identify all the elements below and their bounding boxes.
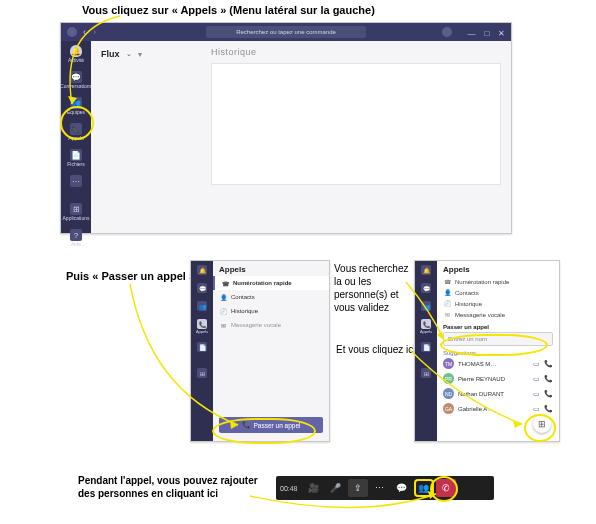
calls-row-voicemail[interactable]: ✉ Messagerie vocale [213, 318, 329, 332]
rail3-files[interactable]: 📄 [415, 342, 437, 352]
rail3-teams[interactable]: 👥 [415, 301, 437, 311]
video-icon[interactable]: ▭ [533, 405, 540, 413]
chat-button[interactable]: 💬 [392, 479, 412, 497]
add-participants-button[interactable]: 👥 [414, 479, 434, 497]
minimize-icon[interactable]: — [468, 29, 476, 38]
calls-row-history[interactable]: 🕘 Historique [213, 304, 329, 318]
files-icon: 📄 [70, 149, 82, 161]
chat-icon: 💬 [70, 71, 82, 83]
caption-recherche: Vous recherchez la ou les personne(s) et… [334, 262, 414, 314]
call-icon[interactable]: 📞 [544, 360, 553, 368]
close-icon[interactable]: ✕ [498, 29, 505, 38]
global-search-input[interactable]: Recherchez ou tapez une commande [206, 26, 366, 38]
teams-calls-window: 🔔 💬 👥 📞 Appels 📄 ⊞ Appels ☎ Numérotation… [190, 260, 330, 442]
window-menu-icon[interactable] [67, 27, 77, 37]
rail-chat-label: Conversations [60, 84, 92, 89]
call-control-bar: 00:48 🎥 🎤 ⇪ ⋯ 💬 👥 ✆ [276, 476, 494, 500]
rail-activity[interactable]: 🔔 Activité [65, 45, 87, 63]
rail-apps[interactable]: ⊞ Applications [65, 203, 87, 221]
rail2-calls-label: Appels [196, 330, 208, 334]
rail3-chat[interactable]: 💬 [415, 283, 437, 293]
rail3-calls[interactable]: 📞 Appels [415, 319, 437, 334]
phone-icon: 📞 [242, 421, 251, 429]
bell-icon: 🔔 [421, 265, 431, 275]
rail-files-label: Fichiers [67, 162, 85, 167]
rail2-teams[interactable]: 👥 [191, 301, 213, 311]
rail-help[interactable]: ? Aide [65, 229, 87, 247]
share-button[interactable]: ⇪ [348, 479, 368, 497]
filter-icon[interactable]: ▾ [138, 50, 142, 59]
rail-calls[interactable]: 📞 Appels [65, 123, 87, 141]
more-button[interactable]: ⋯ [370, 479, 390, 497]
srow-speeddial[interactable]: ☎Numérotation rapide [443, 276, 553, 287]
rail-teams[interactable]: 👥 Équipes [65, 97, 87, 115]
make-call-button[interactable]: 📞 Passer un appel [219, 417, 323, 433]
call-icon[interactable]: 📞 [544, 375, 553, 383]
hangup-button[interactable]: ✆ [436, 479, 456, 497]
teams-icon: 👥 [70, 97, 82, 109]
phone-icon: 📞 [70, 123, 82, 135]
call-icon[interactable]: 📞 [544, 405, 553, 413]
call-timer: 00:48 [280, 485, 298, 492]
contacts-icon: 👤 [219, 293, 227, 301]
history-icon: 🕘 [219, 307, 227, 315]
left-rail-calls: 🔔 💬 👥 📞 Appels 📄 ⊞ [191, 261, 213, 441]
window-controls[interactable]: — □ ✕ [462, 27, 505, 38]
nav-back-icon[interactable]: ‹ [83, 27, 86, 37]
video-icon[interactable]: ▭ [533, 390, 540, 398]
rail-calls-label: Appels [68, 136, 83, 141]
teams-icon: 👥 [197, 301, 207, 311]
person-row[interactable]: ND Nathan DURANT ▭ 📞 [443, 386, 553, 401]
rail3-apps[interactable]: ⊞ [415, 368, 437, 378]
maximize-icon[interactable]: □ [484, 29, 489, 38]
flux-title[interactable]: Flux [101, 49, 120, 59]
rail2-calls[interactable]: 📞 Appels [191, 319, 213, 334]
call-icon[interactable]: 📞 [544, 390, 553, 398]
search-panel: Appels ☎Numérotation rapide 👤Contacts 🕘H… [437, 261, 559, 441]
person-name: Gabrielle A… [458, 406, 529, 412]
section-passer: Passer un appel [443, 324, 553, 330]
calls-row-speeddial[interactable]: ☎ Numérotation rapide [213, 276, 329, 290]
s-row-label: Historique [455, 301, 482, 307]
rail-chat[interactable]: 💬 Conversations [65, 71, 87, 89]
person-name: THOMAS M… [458, 361, 529, 367]
avatar: PR [443, 373, 454, 384]
rail-more[interactable]: ⋯ [65, 175, 87, 187]
s-row-label: Messagerie vocale [455, 312, 505, 318]
rail3-activity[interactable]: 🔔 [415, 265, 437, 275]
camera-button[interactable]: 🎥 [304, 479, 324, 497]
person-row[interactable]: PR Pierre REYNAUD ▭ 📞 [443, 371, 553, 386]
person-row[interactable]: TM THOMAS M… ▭ 📞 [443, 356, 553, 371]
chat-icon: 💬 [396, 483, 407, 493]
more-icon: ⋯ [70, 175, 82, 187]
rail2-apps[interactable]: ⊞ [191, 368, 213, 378]
mic-button[interactable]: 🎤 [326, 479, 346, 497]
rail2-chat[interactable]: 💬 [191, 283, 213, 293]
calls-row-contacts[interactable]: 👤 Contacts [213, 290, 329, 304]
rail2-files[interactable]: 📄 [191, 342, 213, 352]
speeddial-icon: ☎ [443, 278, 451, 285]
srow-contacts[interactable]: 👤Contacts [443, 287, 553, 298]
srow-voicemail[interactable]: ✉Messagerie vocale [443, 309, 553, 320]
hangup-icon: ✆ [442, 483, 450, 493]
srow-history[interactable]: 🕘Historique [443, 298, 553, 309]
mic-icon: 🎤 [330, 483, 341, 493]
camera-icon: 🎥 [308, 483, 319, 493]
people-add-icon: 👥 [418, 483, 429, 493]
name-input[interactable]: Entrez un nom [443, 332, 553, 346]
video-icon[interactable]: ▭ [533, 360, 540, 368]
person-row[interactable]: GA Gabrielle A… ▭ 📞 [443, 401, 553, 416]
nav-fwd-icon: › [93, 27, 96, 37]
make-call-button-label: Passer un appel [254, 422, 301, 429]
chevron-down-icon[interactable]: ⌄ [126, 50, 132, 58]
calls-row-label: Contacts [231, 294, 255, 300]
rail-apps-label: Applications [63, 216, 90, 221]
caption-appels: Vous cliquez sur « Appels » (Menu latéra… [82, 4, 375, 16]
rail-files[interactable]: 📄 Fichiers [65, 149, 87, 167]
apps-icon: ⊞ [421, 368, 431, 378]
profile-avatar[interactable] [442, 27, 452, 37]
dialpad-fab[interactable]: ⊞ [533, 415, 551, 433]
video-icon[interactable]: ▭ [533, 375, 540, 383]
rail2-activity[interactable]: 🔔 [191, 265, 213, 275]
calls-row-label: Historique [231, 308, 258, 314]
